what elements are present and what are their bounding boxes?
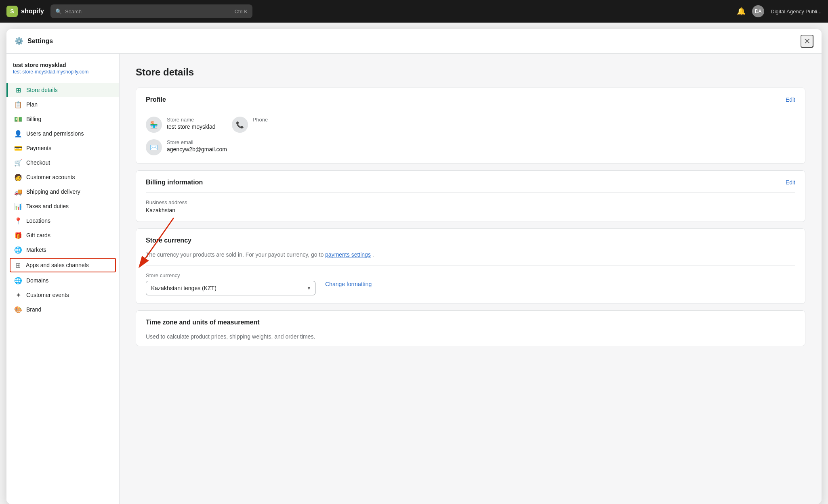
- avatar[interactable]: DA: [752, 5, 764, 17]
- sidebar-item-label-taxes: Taxes and duties: [26, 203, 69, 209]
- email-icon: ✉️: [146, 139, 162, 155]
- billing-card-header: Billing information Edit: [136, 171, 805, 192]
- profile-card-header: Profile Edit: [136, 88, 805, 110]
- store-name-icon: 🏪: [146, 117, 162, 133]
- email-field: ✉️ Store email agencyw2b@gmail.com: [146, 139, 795, 155]
- store-url[interactable]: test-store-moysklad.myshopify.com: [13, 69, 88, 75]
- store-name-label: Store name: [167, 117, 216, 123]
- timezone-description: Used to calculate product prices, shippi…: [136, 333, 805, 346]
- email-label: Store email: [167, 139, 227, 145]
- payments-icon: 💳: [14, 144, 22, 152]
- sidebar-item-locations[interactable]: 📍Locations: [6, 213, 119, 228]
- currency-row: Store currency Kazakhstani tenges (KZT) …: [136, 272, 805, 303]
- locations-icon: 📍: [14, 217, 22, 225]
- sidebar-item-gift-cards[interactable]: 🎁Gift cards: [6, 228, 119, 243]
- sidebar-item-domains[interactable]: 🌐Domains: [6, 273, 119, 288]
- billing-icon: 💵: [14, 115, 22, 123]
- currency-select[interactable]: Kazakhstani tenges (KZT): [146, 281, 315, 295]
- sidebar-item-label-locations: Locations: [26, 217, 50, 224]
- settings-sidebar: test store moysklad test-store-moysklad.…: [6, 54, 120, 504]
- sidebar-item-label-customer-events: Customer events: [26, 292, 69, 298]
- sidebar-item-shipping[interactable]: 🚚Shipping and delivery: [6, 184, 119, 199]
- sidebar-item-label-plan: Plan: [26, 101, 38, 108]
- currency-select-label: Store currency: [146, 272, 315, 278]
- phone-label: Phone: [253, 117, 268, 123]
- phone-field: 📞 Phone: [232, 117, 268, 133]
- email-field-text: Store email agencyw2b@gmail.com: [167, 139, 227, 153]
- profile-fields: 🏪 Store name test store moysklad 📞 Phone: [146, 117, 795, 133]
- settings-title: Settings: [27, 38, 53, 45]
- shipping-icon: 🚚: [14, 188, 22, 196]
- checkout-icon: 🛒: [14, 159, 22, 167]
- store-name-value: test store moysklad: [167, 123, 216, 130]
- sidebar-item-store-details[interactable]: ⊞Store details: [6, 83, 119, 97]
- users-icon: 👤: [14, 130, 22, 138]
- sidebar-item-brand[interactable]: 🎨Brand: [6, 302, 119, 317]
- currency-divider: [146, 266, 795, 266]
- sidebar-item-label-users: Users and permissions: [26, 130, 84, 137]
- sidebar-item-plan[interactable]: 📋Plan: [6, 97, 119, 112]
- user-label: Digital Agency Publi...: [771, 8, 822, 15]
- billing-edit-link[interactable]: Edit: [786, 179, 795, 186]
- store-name: test store moysklad: [13, 62, 113, 68]
- currency-desc-text: The currency your products are sold in. …: [146, 251, 324, 258]
- sidebar-item-label-domains: Domains: [26, 277, 48, 284]
- email-value: agencyw2b@gmail.com: [167, 146, 227, 153]
- change-formatting-link[interactable]: Change formatting: [325, 281, 372, 287]
- phone-field-text: Phone: [253, 117, 268, 123]
- sidebar-item-users[interactable]: 👤Users and permissions: [6, 126, 119, 141]
- sidebar-item-label-payments: Payments: [26, 145, 51, 151]
- logo-icon: S: [6, 6, 18, 17]
- timezone-title: Time zone and units of measurement: [146, 319, 260, 326]
- markets-icon: 🌐: [14, 246, 22, 254]
- sidebar-item-customer-accounts[interactable]: 🧑Customer accounts: [6, 170, 119, 184]
- sidebar-item-label-apps: Apps and sales channels: [26, 262, 89, 268]
- timezone-card-header: Time zone and units of measurement: [136, 311, 805, 333]
- settings-header: ⚙️ Settings ✕: [6, 29, 822, 54]
- currency-description: The currency your products are sold in. …: [136, 251, 805, 266]
- sidebar-item-label-markets: Markets: [26, 247, 46, 253]
- profile-divider: [146, 110, 795, 110]
- billing-title: Billing information: [146, 179, 203, 186]
- sidebar-item-label-store-details: Store details: [26, 87, 58, 93]
- sidebar-item-customer-events[interactable]: ✦Customer events: [6, 288, 119, 302]
- sidebar-item-markets[interactable]: 🌐Markets: [6, 243, 119, 257]
- logo-text: shopify: [21, 8, 44, 15]
- sidebar-item-billing[interactable]: 💵Billing: [6, 112, 119, 126]
- notifications-icon[interactable]: 🔔: [737, 7, 746, 16]
- currency-card: Store currency The currency your product…: [136, 228, 805, 304]
- profile-body: 🏪 Store name test store moysklad 📞 Phone: [136, 117, 805, 163]
- settings-body: test store moysklad test-store-moysklad.…: [6, 54, 822, 504]
- store-name-field-text: Store name test store moysklad: [167, 117, 216, 130]
- sidebar-item-label-gift-cards: Gift cards: [26, 232, 50, 238]
- payments-settings-link[interactable]: payments settings: [325, 251, 371, 258]
- profile-title: Profile: [146, 96, 166, 103]
- profile-edit-link[interactable]: Edit: [786, 96, 795, 103]
- close-button[interactable]: ✕: [801, 35, 813, 48]
- topbar-right: 🔔 DA Digital Agency Publi...: [737, 5, 822, 17]
- sidebar-item-taxes[interactable]: 📊Taxes and duties: [6, 199, 119, 213]
- currency-select-group: Store currency Kazakhstani tenges (KZT) …: [146, 272, 315, 295]
- settings-main: Store details Profile Edit 🏪 Store name …: [120, 54, 822, 504]
- shopify-logo[interactable]: S shopify: [6, 6, 44, 17]
- sidebar-item-label-billing: Billing: [26, 116, 41, 122]
- customer-accounts-icon: 🧑: [14, 173, 22, 181]
- currency-select-wrapper: Kazakhstani tenges (KZT) ▼: [146, 281, 315, 295]
- store-name-field: 🏪 Store name test store moysklad: [146, 117, 216, 133]
- settings-modal: ⚙️ Settings ✕ test store moysklad test-s…: [6, 29, 822, 504]
- sidebar-item-label-checkout: Checkout: [26, 159, 50, 166]
- timezone-card: Time zone and units of measurement Used …: [136, 310, 805, 346]
- sidebar-item-label-customer-accounts: Customer accounts: [26, 174, 75, 180]
- search-bar[interactable]: 🔍 Search Ctrl K: [50, 4, 252, 18]
- taxes-icon: 📊: [14, 202, 22, 210]
- sidebar-item-payments[interactable]: 💳Payments: [6, 141, 119, 155]
- sidebar-item-checkout[interactable]: 🛒Checkout: [6, 155, 119, 170]
- sidebar-item-apps[interactable]: ⊞Apps and sales channels: [10, 258, 116, 272]
- sidebar-item-label-brand: Brand: [26, 306, 41, 313]
- nav-list: ⊞Store details📋Plan💵Billing👤Users and pe…: [6, 83, 119, 317]
- profile-card: Profile Edit 🏪 Store name test store moy…: [136, 88, 805, 164]
- brand-icon: 🎨: [14, 305, 22, 314]
- page-title: Store details: [136, 67, 805, 78]
- business-address-value: Kazakhstan: [146, 207, 795, 213]
- customer-events-icon: ✦: [14, 291, 22, 299]
